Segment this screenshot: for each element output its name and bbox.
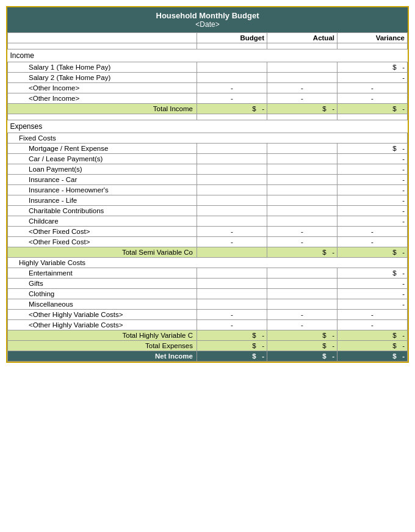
other-fixed1-actual: - [267,227,337,237]
spreadsheet-date: <Date> [10,20,405,29]
other-fixed2-budget: - [197,237,267,247]
other-hv1-label: <Other Highly Variable Costs> [8,310,197,320]
car-lease-variance: - [337,154,408,164]
other-fixed1-label: <Other Fixed Cost> [8,227,197,237]
mortgage-actual[interactable] [267,144,337,154]
total-semi-actual: $ - [267,247,337,258]
insurance-life-actual[interactable] [267,195,337,206]
fixed-item-row: Insurance - Homeowner's - [8,185,408,195]
fixed-item-row: Car / Lease Payment(s) - [8,154,408,164]
charitable-actual[interactable] [267,206,337,216]
insurance-life-variance: - [337,195,408,206]
col-header-actual: Actual [267,33,337,43]
expenses-label: Expenses [8,120,408,133]
income-section-header: Income [8,49,408,62]
charitable-budget[interactable] [197,206,267,216]
charitable-variance: - [337,206,408,216]
entertainment-label: Entertainment [8,268,197,279]
col-header-variance: Variance [337,33,408,43]
expenses-section-header: Expenses [8,120,408,133]
other-income1-actual: - [267,83,337,93]
total-semi-budget [197,247,267,258]
spreadsheet-header: Household Monthly Budget <Date> [7,7,408,32]
gifts-budget[interactable] [197,279,267,289]
misc-actual[interactable] [267,299,337,310]
fixed-item-row: Insurance - Car - [8,175,408,185]
total-hv-budget: $ - [197,330,267,341]
insurance-car-budget[interactable] [197,175,267,185]
fixed-item-row: Childcare - [8,216,408,227]
insurance-home-actual[interactable] [267,185,337,195]
net-income-label: Net Income [8,351,197,362]
income-item-row: Salary 1 (Take Home Pay) $ - [8,62,408,73]
gifts-label: Gifts [8,279,197,289]
insurance-car-actual[interactable] [267,175,337,185]
hv-item-row: <Other Highly Variable Costs> - - - [8,320,408,330]
gifts-actual[interactable] [267,279,337,289]
childcare-actual[interactable] [267,216,337,227]
other-hv2-label: <Other Highly Variable Costs> [8,320,197,330]
total-expenses-budget: $ - [197,341,267,351]
misc-budget[interactable] [197,299,267,310]
total-semi-label: Total Semi Variable Co [8,247,197,258]
other-income1-label: <Other Income> [8,83,197,93]
spacer-row-2 [8,114,408,120]
income-item-row: <Other Income> - - - [8,83,408,93]
salary1-actual[interactable] [267,62,337,73]
hv-item-row: Miscellaneous - [8,299,408,310]
spreadsheet-title: Household Monthly Budget [10,11,405,20]
fixed-item-row: Loan Payment(s) - [8,164,408,175]
fixed-item-row: Mortgage / Rent Expense $ - [8,144,408,154]
other-fixed1-variance: - [337,227,408,237]
total-semi-variable-row: Total Semi Variable Co $ - $ - [8,247,408,258]
total-income-label: Total Income [8,104,197,114]
salary2-budget[interactable] [197,73,267,83]
other-hv2-actual: - [267,320,337,330]
mortgage-label: Mortgage / Rent Expense [8,144,197,154]
total-income-variance: $ - [337,104,408,114]
other-hv1-actual: - [267,310,337,320]
other-income1-variance: - [337,83,408,93]
total-income-budget: $ - [197,104,267,114]
car-lease-label: Car / Lease Payment(s) [8,154,197,164]
clothing-actual[interactable] [267,289,337,299]
car-lease-budget[interactable] [197,154,267,164]
salary1-label: Salary 1 (Take Home Pay) [8,62,197,73]
loan-budget[interactable] [197,164,267,175]
net-income-actual: $ - [267,351,337,362]
total-hv-variance: $ - [337,330,408,341]
gifts-variance: - [337,279,408,289]
entertainment-actual[interactable] [267,268,337,279]
income-item-row: Salary 2 (Take Home Pay) - [8,73,408,83]
loan-variance: - [337,164,408,175]
car-lease-actual[interactable] [267,154,337,164]
insurance-home-budget[interactable] [197,185,267,195]
income-item-row: <Other Income> - - - [8,93,408,104]
total-hv-actual: $ - [267,330,337,341]
col-header-budget: Budget [197,33,267,43]
total-hv-label: Total Highly Variable C [8,330,197,341]
hv-item-row: Clothing - [8,289,408,299]
other-fixed2-label: <Other Fixed Cost> [8,237,197,247]
other-hv2-variance: - [337,320,408,330]
clothing-budget[interactable] [197,289,267,299]
total-expenses-actual: $ - [267,341,337,351]
insurance-car-variance: - [337,175,408,185]
salary2-actual[interactable] [267,73,337,83]
fixed-item-row: Charitable Contributions - [8,206,408,216]
fixed-item-row: <Other Fixed Cost> - - - [8,237,408,247]
other-income2-variance: - [337,93,408,104]
hv-item-row: Entertainment $ - [8,268,408,279]
childcare-budget[interactable] [197,216,267,227]
insurance-life-budget[interactable] [197,195,267,206]
fixed-costs-header: Fixed Costs [8,133,408,144]
entertainment-budget[interactable] [197,268,267,279]
other-fixed2-actual: - [267,237,337,247]
other-income2-actual: - [267,93,337,104]
total-expenses-variance: $ - [337,341,408,351]
other-hv1-budget: - [197,310,267,320]
entertainment-variance: $ - [337,268,408,279]
loan-actual[interactable] [267,164,337,175]
salary1-budget[interactable] [197,62,267,73]
mortgage-budget[interactable] [197,144,267,154]
